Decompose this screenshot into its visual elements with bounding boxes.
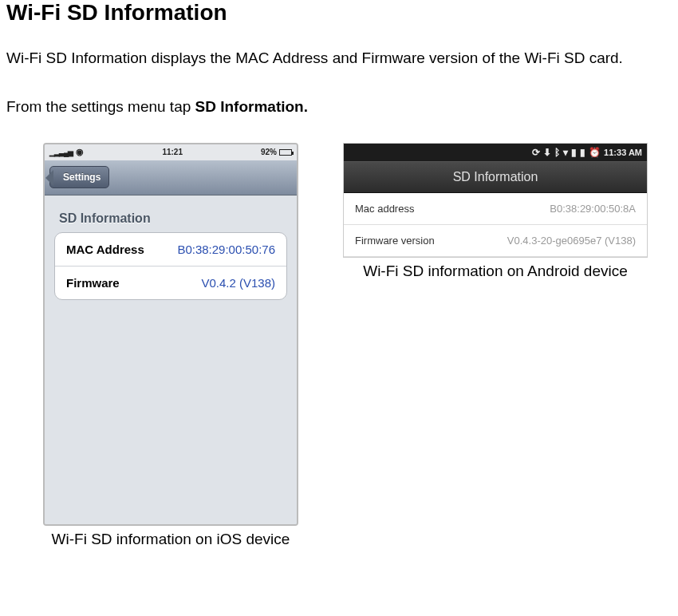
- android-row-mac: Mac address B0:38:29:00:50:8A: [344, 193, 647, 225]
- android-mac-value: B0:38:29:00:50:8A: [550, 203, 636, 215]
- ios-status-bar: ▁▂▃▄▅ ◉ 11:21 92%: [45, 144, 297, 160]
- android-info-list: Mac address B0:38:29:00:50:8A Firmware v…: [344, 193, 647, 257]
- android-caption: Wi-Fi SD information on Android device: [363, 263, 628, 280]
- instruction-paragraph: From the settings menu tap SD Informatio…: [6, 93, 672, 120]
- android-firmware-value: V0.4.3-20-ge0695e7 (V138): [507, 235, 636, 247]
- ios-content-area: SD Information MAC Address B0:38:29:00:5…: [45, 195, 297, 524]
- ios-row-firmware: Firmware V0.4.2 (V138): [55, 266, 286, 299]
- android-status-time: 11:33 AM: [604, 148, 642, 157]
- alarm-icon: ⏰: [589, 147, 601, 158]
- intro-paragraph: Wi-Fi SD Information displays the MAC Ad…: [6, 45, 672, 71]
- signal-icon: ▮: [571, 147, 577, 158]
- ios-battery-percent: 92%: [261, 148, 277, 156]
- bluetooth-icon: ᛒ: [554, 147, 560, 158]
- instruction-text: From the settings menu tap: [6, 98, 195, 115]
- ios-screenshot: ▁▂▃▄▅ ◉ 11:21 92% Settings SD Informatio…: [43, 143, 298, 526]
- android-nav-title: SD Information: [453, 170, 538, 184]
- android-firmware-label: Firmware version: [355, 235, 435, 247]
- battery-icon: [279, 149, 292, 156]
- ios-firmware-value: V0.4.2 (V138): [201, 276, 275, 290]
- android-screenshot: ⟳ ⬇ ᛒ ▾ ▮ ▮ ⏰ 11:33 AM SD Information Ma…: [343, 143, 648, 258]
- android-nav-bar: SD Information: [344, 161, 647, 193]
- instruction-bold: SD Information.: [195, 98, 308, 115]
- android-status-bar: ⟳ ⬇ ᛒ ▾ ▮ ▮ ⏰ 11:33 AM: [344, 144, 647, 161]
- download-icon: ⬇: [543, 147, 551, 158]
- ios-row-mac: MAC Address B0:38:29:00:50:76: [55, 233, 286, 266]
- ios-mac-value: B0:38:29:00:50:76: [177, 243, 275, 256]
- ios-caption: Wi-Fi SD information on iOS device: [52, 531, 290, 548]
- android-column: ⟳ ⬇ ᛒ ▾ ▮ ▮ ⏰ 11:33 AM SD Information Ma…: [343, 143, 648, 280]
- android-row-firmware: Firmware version V0.4.3-20-ge0695e7 (V13…: [344, 225, 647, 257]
- ios-info-group: MAC Address B0:38:29:00:50:76 Firmware V…: [54, 232, 287, 300]
- sync-icon: ⟳: [532, 147, 540, 158]
- battery-icon: ▮: [580, 147, 585, 158]
- page-title: Wi-Fi SD Information: [6, 0, 672, 26]
- ios-status-time: 11:21: [162, 148, 183, 156]
- signal-bars-icon: ▁▂▃▄▅: [49, 148, 73, 156]
- ios-status-right: 92%: [261, 148, 292, 156]
- back-button[interactable]: Settings: [49, 166, 109, 188]
- ios-mac-label: MAC Address: [66, 243, 144, 256]
- screenshots-row: ▁▂▃▄▅ ◉ 11:21 92% Settings SD Informatio…: [6, 143, 672, 548]
- back-button-label: Settings: [63, 172, 101, 183]
- ios-status-left: ▁▂▃▄▅ ◉: [49, 147, 84, 157]
- ios-section-header: SD Information: [45, 211, 297, 232]
- wifi-icon: ◉: [76, 147, 84, 157]
- ios-column: ▁▂▃▄▅ ◉ 11:21 92% Settings SD Informatio…: [43, 143, 298, 548]
- android-mac-label: Mac address: [355, 203, 414, 215]
- ios-firmware-label: Firmware: [66, 276, 120, 290]
- ios-nav-bar: Settings: [45, 160, 297, 195]
- wifi-icon: ▾: [563, 147, 568, 158]
